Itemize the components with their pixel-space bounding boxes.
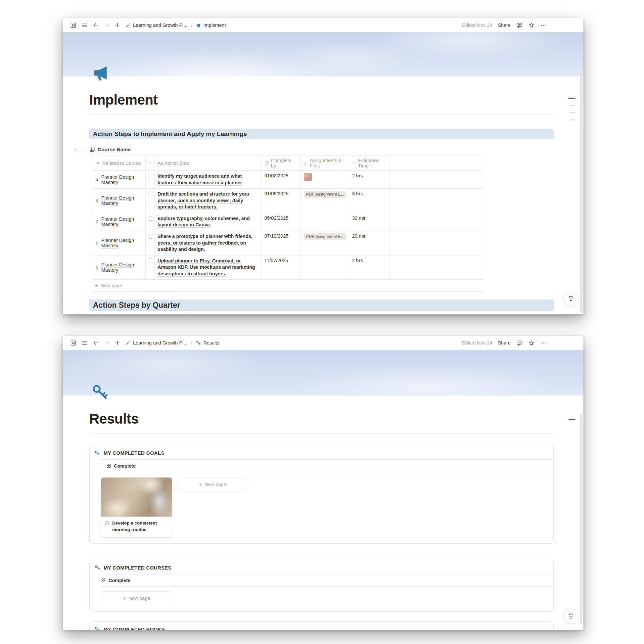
toc-dash[interactable] [570, 112, 575, 113]
complete-by-cell[interactable]: 05/02/2025 [261, 213, 300, 231]
table-row[interactable]: Planner Design Mastery Upload planner to… [92, 255, 483, 280]
sidebar-menu-icon[interactable] [81, 340, 88, 346]
back-icon[interactable] [93, 340, 99, 346]
estimated-time-cell[interactable]: 30 min [349, 213, 390, 231]
toc-dash[interactable] [570, 105, 575, 106]
new-page-icon[interactable] [115, 22, 120, 28]
sidebar-menu-icon[interactable] [81, 22, 88, 28]
assignment-cell[interactable]: PDF Assignment E... [300, 231, 349, 255]
assignment-cell[interactable]: PDF Assignment E... [300, 189, 349, 213]
action-step-cell[interactable]: Upload planner to Etsy, Gumroad, or Amaz… [154, 255, 261, 280]
complete-by-cell[interactable]: 01/02/2025 [261, 171, 300, 188]
new-page-icon[interactable] [115, 340, 120, 346]
action-step-cell[interactable]: Draft the sections and structure for you… [154, 189, 261, 213]
notion-ai-button[interactable] [564, 609, 578, 623]
action-step-cell[interactable]: Share a prototype of planner with friend… [154, 231, 261, 255]
related-course-cell[interactable]: Planner Design Mastery [92, 213, 145, 231]
column-action-step[interactable]: Aa Action Step [154, 156, 261, 170]
forward-icon[interactable] [104, 340, 110, 346]
estimated-time-cell[interactable]: 20 min [349, 231, 390, 255]
table-row[interactable]: Planner Design Mastery Explore typograph… [92, 213, 483, 231]
table-row[interactable]: Planner Design Mastery Share a prototype… [92, 231, 483, 255]
table-new-page-button[interactable]: + New page [92, 280, 483, 292]
breadcrumb-root[interactable]: Learning and Growth Pl... [133, 340, 187, 345]
column-empty[interactable] [390, 156, 483, 170]
checkbox[interactable] [149, 216, 153, 221]
drag-handle-icon[interactable] [79, 147, 84, 152]
more-options-icon[interactable] [540, 22, 546, 28]
goal-card[interactable]: Develop a consistent morning routine [101, 478, 172, 537]
breadcrumb-page[interactable]: Results [203, 340, 219, 345]
column-estimated-time[interactable]: Estimated Time [349, 156, 390, 170]
block-controls[interactable]: + [93, 463, 103, 469]
checkbox-cell[interactable] [145, 189, 154, 213]
section-heading-quarters[interactable]: Action Steps by Quarter [89, 299, 554, 311]
comments-icon[interactable] [516, 22, 523, 28]
checkbox[interactable] [149, 174, 153, 178]
drag-handle-icon[interactable] [98, 464, 103, 468]
action-step-cell[interactable]: Explore typography, color schemes, and l… [154, 213, 261, 231]
complete-by-cell[interactable]: 11/07/2025 [261, 255, 300, 280]
related-course-cell[interactable]: Planner Design Mastery [92, 171, 145, 188]
comments-icon[interactable] [516, 340, 523, 346]
share-button[interactable]: Share [498, 340, 511, 345]
vertical-scrollbar[interactable] [580, 414, 582, 624]
related-course-cell[interactable]: Planner Design Mastery [92, 255, 145, 280]
related-course-cell[interactable]: Planner Design Mastery [92, 231, 145, 255]
toc-dash[interactable] [568, 98, 575, 99]
empty-cell[interactable] [390, 231, 483, 255]
gallery-new-page-button[interactable]: + New page [177, 478, 248, 491]
column-assignments-files[interactable]: Assignments & Files [300, 156, 349, 170]
toc-dash[interactable] [570, 119, 575, 120]
gallery-new-page-button[interactable]: + New page [101, 591, 172, 605]
action-step-cell[interactable]: Identify my target audience and what fea… [154, 171, 261, 188]
forward-icon[interactable] [104, 22, 110, 28]
checkbox[interactable] [149, 192, 153, 196]
assignment-cell[interactable] [300, 255, 349, 280]
related-course-cell[interactable]: Planner Design Mastery [92, 189, 145, 213]
empty-cell[interactable] [390, 213, 483, 231]
notion-ai-button[interactable] [564, 291, 578, 306]
add-block-icon[interactable]: + [74, 147, 77, 153]
estimated-time-cell[interactable]: 3 hrs [349, 189, 390, 213]
gallery-view-label[interactable]: Complete [114, 463, 136, 469]
empty-cell[interactable] [390, 189, 483, 213]
table-of-contents-indicator[interactable] [568, 419, 575, 420]
notion-logo-icon[interactable] [70, 340, 76, 346]
page-title[interactable]: Results [89, 411, 554, 427]
more-options-icon[interactable] [540, 340, 546, 346]
breadcrumb-root[interactable]: Learning and Growth Pl... [133, 23, 187, 28]
column-complete-by[interactable]: Complete by [261, 156, 300, 170]
complete-by-cell[interactable]: 01/09/2025 [261, 189, 300, 213]
table-view-label[interactable]: Course Name [98, 147, 131, 153]
column-checkbox[interactable] [145, 156, 154, 170]
assignment-cell[interactable] [300, 213, 349, 231]
empty-cell[interactable] [390, 171, 483, 188]
vertical-scrollbar[interactable] [580, 68, 582, 313]
column-related-to-course[interactable]: Related to Course [92, 156, 145, 170]
completed-courses-heading[interactable]: MY COMPLETED COURSES [90, 560, 553, 574]
gallery-view-label[interactable]: Complete [109, 578, 130, 583]
empty-cell[interactable] [390, 255, 483, 280]
page-icon-key[interactable] [92, 384, 108, 400]
add-block-icon[interactable]: + [93, 463, 97, 469]
favorite-star-icon[interactable] [528, 22, 534, 28]
page-icon-megaphone[interactable] [92, 65, 109, 82]
attachment-image-thumbnail[interactable] [304, 173, 312, 181]
page-cover-image[interactable] [63, 32, 583, 76]
favorite-star-icon[interactable] [528, 340, 534, 346]
page-cover-image[interactable] [63, 350, 583, 395]
pdf-attachment-chip[interactable]: PDF Assignment E... [304, 191, 346, 198]
table-row[interactable]: Planner Design Mastery Draft the section… [92, 189, 483, 213]
assignment-cell[interactable] [300, 171, 349, 188]
block-controls[interactable]: + [74, 147, 84, 153]
checkbox-cell[interactable] [145, 255, 154, 280]
table-of-contents-indicator[interactable] [568, 98, 575, 120]
section-heading-action-steps[interactable]: Action Steps to Implement and Apply my L… [89, 129, 554, 139]
breadcrumb-page[interactable]: Implement [203, 23, 226, 28]
toc-dash[interactable] [568, 419, 575, 420]
complete-by-cell[interactable]: 07/10/2025 [261, 231, 300, 255]
share-button[interactable]: Share [498, 23, 511, 28]
pdf-attachment-chip[interactable]: PDF Assignment E... [304, 233, 346, 240]
table-row[interactable]: Planner Design Mastery Identify my targe… [92, 171, 483, 189]
